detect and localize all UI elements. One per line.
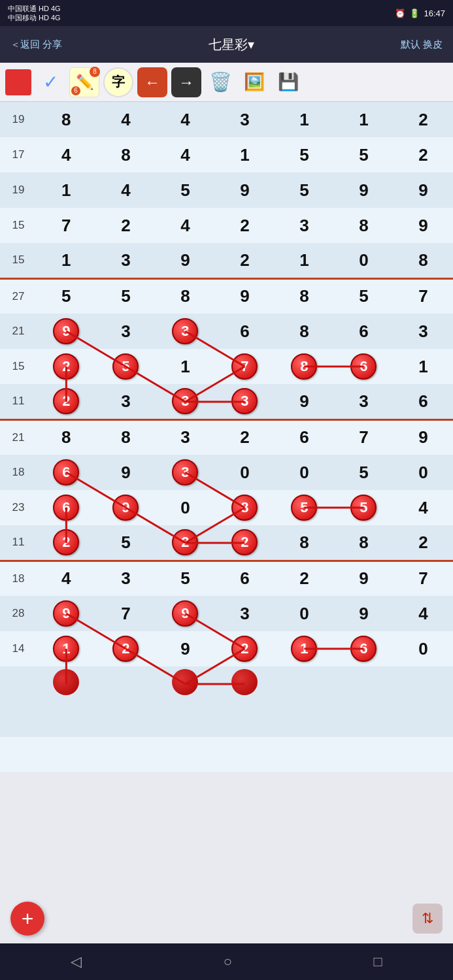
lottery-table: 19 8443112 17 4841552 19 1459599 15 7242… xyxy=(0,102,453,772)
carrier-info: 中国联通 HD 4G 中国移动 HD 4G xyxy=(8,4,61,23)
bottom-bar: + ⇅ xyxy=(0,896,453,941)
nav-settings[interactable]: 默认 换皮 xyxy=(401,39,443,51)
table-row: 14 1 2 9 2 1 6 0 xyxy=(0,631,453,666)
battery-icon: 🔋 xyxy=(409,8,420,18)
save-button[interactable]: 💾 xyxy=(273,67,303,97)
back-share-button[interactable]: ＜返回 分享 xyxy=(10,39,62,51)
scroll-button[interactable]: ⇅ xyxy=(412,904,443,934)
table-row: 11 2 5 2 2 882 xyxy=(0,525,453,561)
char-button[interactable]: 字 xyxy=(103,67,133,97)
pen-badge-button[interactable]: ✏️ 8 6 xyxy=(69,67,99,97)
forward-arrow-button[interactable]: → xyxy=(171,67,201,97)
home-nav-icon[interactable]: ○ xyxy=(224,953,232,970)
clock-icon: ⏰ xyxy=(395,8,405,18)
table-row: 18 6 9 3 0050 xyxy=(0,455,453,490)
table-row: 21 8832679 xyxy=(0,419,453,455)
table-row: 19 1459599 xyxy=(0,172,453,208)
number-table: 19 8443112 17 4841552 19 1459599 15 7242… xyxy=(0,102,453,772)
table-row: 15 7242389 xyxy=(0,208,453,243)
check-button[interactable]: ✓ xyxy=(35,67,65,97)
android-nav: ◁ ○ □ xyxy=(0,943,453,980)
table-row-empty xyxy=(0,702,453,737)
red-square-button[interactable] xyxy=(5,69,31,95)
table-row: 23 6 9 0 8 5 5 4 xyxy=(0,490,453,525)
table-row: 27 5589857 xyxy=(0,278,453,314)
table-row: 19 8443112 xyxy=(0,102,453,137)
table-row: 17 4841552 xyxy=(0,137,453,172)
trash-button[interactable]: 🗑️ xyxy=(205,67,235,97)
app-title[interactable]: 七星彩▾ xyxy=(209,36,254,54)
status-bar: 中国联通 HD 4G 中国移动 HD 4G ⏰ 🔋 16:47 xyxy=(0,0,453,26)
toolbar: ✓ ✏️ 8 6 字 ← → 🗑️ 🖼️ 💾 xyxy=(0,63,453,102)
table-row xyxy=(0,666,453,702)
table-row: 18 4356297 xyxy=(0,561,453,596)
back-nav-icon[interactable]: ◁ xyxy=(71,953,82,970)
table-row: 15 1392108 xyxy=(0,243,453,278)
nav-bar: ＜返回 分享 七星彩▾ 默认 换皮 xyxy=(0,26,453,63)
photo-button[interactable]: 🖼️ xyxy=(239,67,269,97)
table-row: 28 9 7 9 3094 xyxy=(0,596,453,631)
back-arrow-button[interactable]: ← xyxy=(137,67,167,97)
table-row: 15 2 5 1 7 8 6 1 xyxy=(0,349,453,384)
table-row-empty xyxy=(0,737,453,772)
recents-nav-icon[interactable]: □ xyxy=(373,953,382,970)
table-row: 21 9 3 3 6863 xyxy=(0,314,453,349)
status-right: ⏰ 🔋 16:47 xyxy=(395,8,445,18)
table-row: 11 2 3 3 3 936 xyxy=(0,384,453,419)
add-button[interactable]: + xyxy=(10,902,44,936)
